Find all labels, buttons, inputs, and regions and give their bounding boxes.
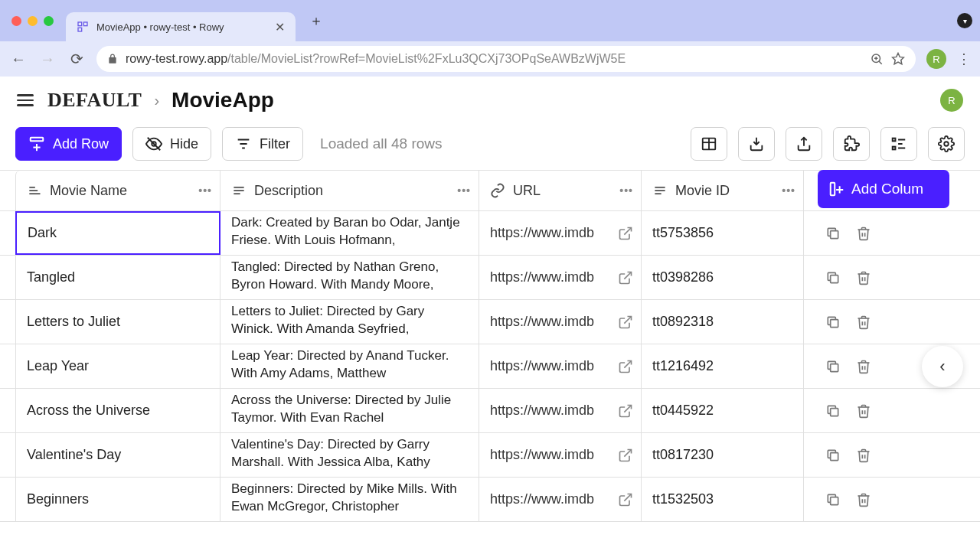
open-link-icon[interactable] <box>618 359 633 374</box>
cell-description[interactable]: Letters to Juliet: Directed by Gary Wini… <box>220 300 479 344</box>
table-row[interactable]: Leap YearLeap Year: Directed by Anand Tu… <box>0 344 980 389</box>
duplicate-row-icon[interactable] <box>825 403 841 419</box>
column-label: URL <box>513 183 541 199</box>
tab-title: MovieApp • rowy-test • Rowy <box>96 21 267 33</box>
export-button[interactable] <box>786 127 822 161</box>
table-row[interactable]: Across the UniverseAcross the Universe: … <box>0 389 980 433</box>
back-button[interactable]: ← <box>9 51 28 68</box>
cell-description[interactable]: Tangled: Directed by Nathan Greno, Byron… <box>220 256 479 299</box>
svg-rect-42 <box>831 275 838 282</box>
row-height-button[interactable] <box>691 127 727 161</box>
cell-url[interactable]: https://www.imdb <box>479 433 642 477</box>
maximize-window-icon[interactable] <box>44 16 54 26</box>
table-row[interactable]: Letters to JulietLetters to Juliet: Dire… <box>0 300 980 344</box>
cell-url[interactable]: https://www.imdb <box>479 256 642 299</box>
browser-tab[interactable]: MovieApp • rowy-test • Rowy ✕ <box>66 12 296 41</box>
user-avatar[interactable]: R <box>940 89 963 112</box>
new-tab-button[interactable]: ＋ <box>309 11 323 30</box>
cell-movie-name[interactable]: Tangled <box>15 256 220 299</box>
cell-movie-id[interactable]: tt1532503 <box>642 478 804 521</box>
hide-button[interactable]: Hide <box>132 127 211 161</box>
import-button[interactable] <box>738 127 775 161</box>
column-header-url[interactable]: URL ••• <box>479 171 642 210</box>
cell-description[interactable]: Across the Universe: Directed by Julie T… <box>220 389 479 432</box>
cell-movie-id[interactable]: tt5753856 <box>642 211 804 255</box>
delete-row-icon[interactable] <box>856 403 871 419</box>
add-column-button[interactable]: Add Colum <box>818 170 949 208</box>
open-link-icon[interactable] <box>618 492 633 507</box>
column-menu-icon[interactable]: ••• <box>782 184 795 197</box>
minimize-window-icon[interactable] <box>28 16 38 26</box>
duplicate-row-icon[interactable] <box>825 359 841 374</box>
column-menu-icon[interactable]: ••• <box>457 184 471 197</box>
cell-movie-id[interactable]: tt0445922 <box>642 389 804 432</box>
open-link-icon[interactable] <box>618 270 633 285</box>
cell-movie-name[interactable]: Leap Year <box>15 344 220 388</box>
cell-description[interactable]: Dark: Created by Baran bo Odar, Jantje F… <box>220 211 479 255</box>
collapse-panel-button[interactable]: ‹ <box>922 346 963 387</box>
duplicate-row-icon[interactable] <box>825 315 841 330</box>
cell-movie-name[interactable]: Letters to Juliet <box>15 300 220 344</box>
cell-movie-name[interactable]: Valentine's Day <box>15 433 220 477</box>
column-menu-icon[interactable]: ••• <box>619 184 633 197</box>
table-row[interactable]: TangledTangled: Directed by Nathan Greno… <box>0 256 980 300</box>
settings-button[interactable] <box>928 127 965 161</box>
table-row[interactable]: Valentine's DayValentine's Day: Directed… <box>0 433 980 478</box>
cell-description[interactable]: Valentine's Day: Directed by Garry Marsh… <box>220 433 479 477</box>
cell-url[interactable]: https://www.imdb <box>479 300 642 344</box>
column-header-movie-name[interactable]: Movie Name ••• <box>15 171 220 210</box>
delete-row-icon[interactable] <box>856 492 871 507</box>
cell-url[interactable]: https://www.imdb <box>479 389 642 432</box>
add-row-button[interactable]: Add Row <box>15 127 122 161</box>
cell-description[interactable]: Leap Year: Directed by Anand Tucker. Wit… <box>220 344 479 388</box>
browser-menu-icon[interactable]: ⋮ <box>957 51 971 67</box>
cell-url[interactable]: https://www.imdb <box>479 478 642 521</box>
column-header-movie-id[interactable]: Movie ID ••• <box>642 171 804 210</box>
delete-row-icon[interactable] <box>856 270 871 285</box>
cell-url[interactable]: https://www.imdb <box>479 211 642 255</box>
table-header-row: Movie Name ••• Description ••• URL ••• M… <box>0 170 980 211</box>
cell-movie-id[interactable]: tt0892318 <box>642 300 804 344</box>
webhooks-button[interactable] <box>880 127 917 161</box>
filter-button[interactable]: Filter <box>222 127 303 161</box>
close-window-icon[interactable] <box>11 16 21 26</box>
delete-row-icon[interactable] <box>856 448 871 463</box>
cell-movie-id[interactable]: tt1216492 <box>642 344 804 388</box>
address-field[interactable]: rowy-test.rowy.app/table/MovieList?rowRe… <box>96 46 916 72</box>
table-row[interactable]: BeginnersBeginners: Directed by Mike Mil… <box>0 478 980 522</box>
cell-movie-name[interactable]: Across the Universe <box>15 389 220 432</box>
bookmark-icon[interactable] <box>891 52 905 66</box>
export-icon <box>795 135 812 152</box>
breadcrumb-parent[interactable]: DEFAULT <box>47 89 142 112</box>
cell-movie-name[interactable]: Beginners <box>15 478 220 521</box>
svg-line-49 <box>624 449 631 456</box>
tab-overflow-icon[interactable]: ▾ <box>957 13 972 28</box>
delete-row-icon[interactable] <box>856 315 871 330</box>
cell-url[interactable]: https://www.imdb <box>479 344 642 388</box>
reload-button[interactable]: ⟳ <box>67 50 86 68</box>
table-row[interactable]: DarkDark: Created by Baran bo Odar, Jant… <box>0 211 980 256</box>
column-menu-icon[interactable]: ••• <box>198 184 212 197</box>
menu-icon[interactable] <box>17 94 34 106</box>
duplicate-row-icon[interactable] <box>825 226 841 241</box>
lock-icon <box>107 54 118 64</box>
cell-movie-id[interactable]: tt0398286 <box>642 256 804 299</box>
open-link-icon[interactable] <box>618 403 633 419</box>
svg-rect-40 <box>831 230 838 238</box>
duplicate-row-icon[interactable] <box>825 270 841 285</box>
extensions-button[interactable] <box>833 127 870 161</box>
column-header-description[interactable]: Description ••• <box>220 171 479 210</box>
close-tab-icon[interactable]: ✕ <box>275 20 285 34</box>
duplicate-row-icon[interactable] <box>825 448 841 463</box>
cell-movie-name[interactable]: Dark <box>15 211 220 255</box>
open-link-icon[interactable] <box>618 226 633 241</box>
open-link-icon[interactable] <box>618 448 633 463</box>
delete-row-icon[interactable] <box>856 359 871 374</box>
cell-description[interactable]: Beginners: Directed by Mike Mills. With … <box>220 478 479 521</box>
delete-row-icon[interactable] <box>856 226 871 241</box>
zoom-icon[interactable] <box>870 52 884 66</box>
duplicate-row-icon[interactable] <box>825 492 841 507</box>
profile-avatar[interactable]: R <box>926 49 946 69</box>
open-link-icon[interactable] <box>618 315 633 330</box>
cell-movie-id[interactable]: tt0817230 <box>642 433 804 477</box>
